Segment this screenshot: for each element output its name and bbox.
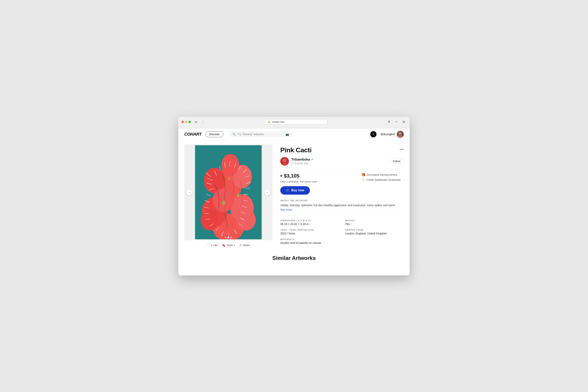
back-button[interactable]: ‹	[200, 120, 206, 124]
shield-icon: 🛡	[362, 178, 365, 182]
weight-label: WEIGHT:	[345, 219, 404, 222]
price-left: $3,105 Only 1 available. Get yours now! …	[280, 173, 317, 195]
similar-title: Similar Artworks	[184, 255, 404, 261]
about-text: Vitality, intensity, optimism, but also …	[280, 203, 404, 208]
nav-username: @duonglinh	[380, 133, 395, 136]
share-browser-button[interactable]: ⬆	[386, 119, 392, 125]
add-button[interactable]: +	[370, 131, 376, 138]
discover-button[interactable]: Discover	[206, 131, 224, 137]
browser-titlebar: ⊞ ‹ 🔒 cohart.com ⬆ ＋ ⧉	[182, 119, 406, 125]
similar-section: Similar Artworks	[178, 253, 410, 269]
search-input[interactable]	[237, 133, 284, 136]
artwork-image	[195, 145, 262, 239]
artist-name-row: Tribambuka ✔	[291, 158, 387, 162]
artwork-actions: ♡ 1 Like 🔖 Save ▾ ↗ Share	[184, 240, 272, 247]
lock-icon: 🔒	[268, 120, 270, 123]
info-icon-dimensions[interactable]: ℹ	[310, 223, 310, 226]
main-content: ‹	[178, 140, 410, 253]
specs-grid: DIMENSIONS ( H X W X D): 38.19 × 23.62 ×…	[280, 219, 404, 244]
gallery-dot-1[interactable]	[225, 237, 226, 238]
spec-shipped: SHIPPED FROM: London, England, United Ki…	[345, 229, 404, 235]
artwork-gallery: ‹	[184, 144, 272, 240]
svg-point-12	[236, 209, 256, 230]
svg-point-0	[399, 132, 402, 135]
artist-info: Tribambuka ✔ 🏷 5 works sold	[291, 158, 387, 165]
svg-point-1	[398, 135, 402, 138]
materials-value: Acrylics and oil pastels on canvas	[280, 241, 404, 244]
gallery-dot-2[interactable]	[228, 237, 229, 238]
gallery-dots	[225, 237, 232, 238]
works-sold: 🏷 5 works sold	[291, 162, 387, 165]
about-label: ABOUT THE ARTWORK	[280, 199, 404, 202]
more-options-button[interactable]: •••	[400, 147, 404, 152]
price-amount: $3,105	[284, 173, 300, 179]
spec-materials: MATERIALS: Acrylics and oil pastels on c…	[280, 238, 404, 244]
shipped-value: London, England, United Kingdom	[345, 232, 404, 235]
search-bar: 🔍 📷	[229, 131, 292, 138]
share-icon: ↗	[239, 244, 242, 247]
weight-value: 7lbs ℹ	[345, 222, 404, 226]
spec-year: YEAR / TOTAL EDITION RUN: 2022 / None	[280, 229, 339, 235]
materials-label: MATERIALS:	[280, 238, 404, 240]
see-more-link[interactable]: See more	[280, 208, 404, 211]
price-indicator	[280, 175, 282, 177]
svg-point-10	[222, 154, 239, 176]
gallery-next-button[interactable]: ›	[264, 189, 270, 196]
camera-icon[interactable]: 📷	[286, 133, 289, 136]
minimize-button[interactable]	[185, 121, 188, 123]
maximize-button[interactable]	[188, 121, 191, 123]
gallery-dot-3[interactable]	[230, 237, 232, 238]
follow-button[interactable]: Follow	[390, 158, 404, 164]
browser-tabs-bar	[182, 126, 406, 128]
artwork-section: ‹	[184, 144, 272, 247]
services-list: 🎁 Decorative framing service › 🛡 Cohart …	[362, 173, 404, 182]
specs-divider	[280, 215, 404, 216]
new-tab-button[interactable]: ＋	[394, 119, 399, 125]
browser-controls: ⊞ ‹	[193, 120, 206, 124]
svg-point-13	[213, 188, 234, 212]
browser-chrome: ⊞ ‹ 🔒 cohart.com ⬆ ＋ ⧉	[178, 117, 410, 128]
spec-weight: WEIGHT: 7lbs ℹ	[345, 219, 404, 226]
dimensions-label: DIMENSIONS ( H X W X D):	[280, 219, 339, 222]
page-content: COHART Discover 🔍 📷 + @duonglinh	[178, 128, 410, 276]
share-button[interactable]: ↗ Share	[239, 244, 250, 247]
top-nav: COHART Discover 🔍 📷 + @duonglinh	[178, 128, 410, 140]
price-availability: Only 1 available. Get yours now!	[280, 180, 317, 183]
buy-button[interactable]: 🛒 Buy now	[280, 186, 310, 195]
artist-name: Tribambuka	[291, 158, 310, 162]
address-bar[interactable]: 🔒 cohart.com	[264, 119, 327, 124]
shipped-label: SHIPPED FROM:	[345, 229, 404, 231]
svg-point-46	[228, 177, 230, 180]
nav-user[interactable]: @duonglinh	[380, 131, 404, 138]
dimensions-value: 38.19 × 23.62 × 0.39 in ℹ	[280, 222, 339, 226]
save-label: Save	[227, 244, 233, 247]
year-value: 2022 / None	[280, 232, 339, 235]
sidebar-toggle-button[interactable]: ⊞	[193, 120, 199, 124]
chevron-right-icon-2: ›	[403, 178, 404, 181]
heart-icon: ♡	[207, 244, 210, 247]
address-bar-container: 🔒 cohart.com	[208, 119, 384, 124]
satisfaction-guarantee[interactable]: 🛡 Cohart Satisfaction Guarantee ›	[362, 178, 404, 182]
svg-point-44	[222, 201, 225, 206]
about-section: ABOUT THE ARTWORK Vitality, intensity, o…	[280, 199, 404, 212]
url-text: cohart.com	[272, 120, 284, 123]
save-button[interactable]: 🔖 Save ▾	[222, 244, 235, 247]
artist-row: Tribambuka ✔ 🏷 5 works sold Follow	[280, 157, 404, 166]
cart-icon: 🛒	[286, 188, 290, 192]
artwork-title: Pink Cacti	[280, 146, 404, 154]
info-icon-weight[interactable]: ℹ	[351, 223, 352, 226]
framing-service[interactable]: 🎁 Decorative framing service ›	[362, 173, 404, 176]
chevron-right-icon: ›	[400, 173, 400, 176]
like-button[interactable]: ♡ 1 Like	[207, 244, 218, 247]
browser-actions: ⬆ ＋ ⧉	[386, 119, 406, 125]
share-label: Share	[242, 244, 250, 247]
like-count: 1 Like	[210, 244, 218, 247]
close-button[interactable]	[182, 121, 184, 123]
price-row: $3,105 Only 1 available. Get yours now! …	[280, 173, 404, 195]
year-label: YEAR / TOTAL EDITION RUN:	[280, 229, 339, 231]
tag-icon: 🏷	[291, 162, 294, 165]
svg-point-50	[284, 159, 286, 162]
logo: COHART	[184, 132, 202, 137]
tabs-button[interactable]: ⧉	[401, 119, 406, 125]
gallery-prev-button[interactable]: ‹	[186, 189, 192, 196]
